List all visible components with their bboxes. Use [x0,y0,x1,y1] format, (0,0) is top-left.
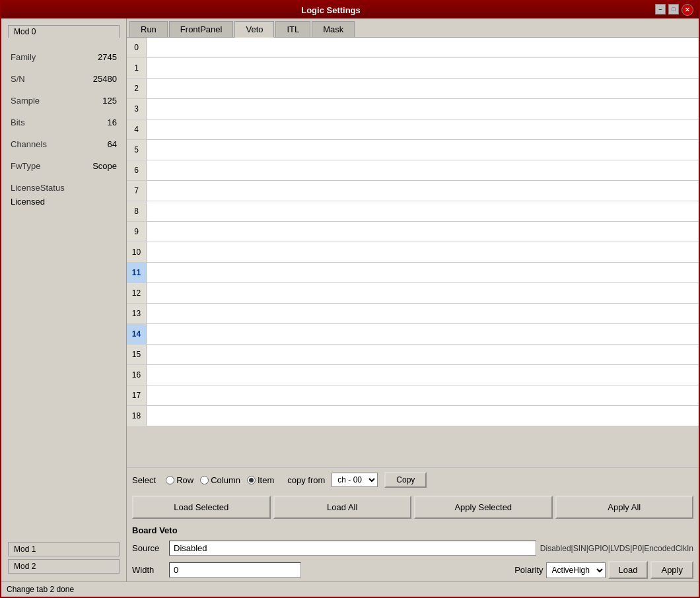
table-row[interactable]: 6 [127,160,699,181]
fwtype-value: Scope [92,161,117,171]
tab-run[interactable]: Run [129,21,168,37]
radio-row-label: Row [176,475,193,485]
row-content [147,345,699,364]
radio-item-label: Item [258,475,274,485]
row-content [147,222,699,242]
table-row[interactable]: 17 [127,385,699,406]
width-input[interactable] [169,562,301,578]
copy-from-select[interactable]: ch - 00 ch - 01 ch - 02 [332,473,378,487]
row-content [147,385,699,405]
row-number: 18 [127,406,147,426]
width-label: Width [132,565,165,575]
table-row[interactable]: 15 [127,345,699,365]
content-area: Mod 0 Family 2745 S/N 25480 Sample 125 B… [1,18,699,581]
row-number: 4 [127,119,147,139]
table-row[interactable]: 4 [127,119,699,140]
radio-column-option[interactable]: Column [200,475,240,485]
right-panel: Run FrontPanel Veto ITL Mask 01234567891… [127,18,699,581]
close-button[interactable]: ✕ [682,4,693,16]
tab-veto[interactable]: Veto [234,21,274,38]
licensestatus-label: LicenseStatus [11,183,65,193]
row-content [147,79,699,98]
sn-row: S/N 25480 [8,73,120,85]
row-number: 9 [127,222,147,242]
sample-label: Sample [11,96,40,106]
titlebar-controls: – □ ✕ [655,4,693,16]
tab-bar: Run FrontPanel Veto ITL Mask [127,18,699,38]
row-content [147,99,699,119]
radio-item-option[interactable]: Item [247,475,274,485]
board-veto-section: Board Veto Source Disabled|SIN|GPIO|LVDS… [127,523,699,581]
load-all-button[interactable]: Load All [273,496,412,519]
tab-frontpanel[interactable]: FrontPanel [169,21,234,37]
table-row[interactable]: 5 [127,140,699,160]
radio-row-circle [166,476,174,484]
tab-mask[interactable]: Mask [312,21,355,37]
row-content [147,58,699,78]
channels-value: 64 [108,139,117,149]
copy-button[interactable]: Copy [384,472,427,488]
row-content [147,263,699,282]
table-row[interactable]: 3 [127,99,699,119]
channels-label: Channels [11,139,47,149]
table-row[interactable]: 0 [127,38,699,58]
load-selected-button[interactable]: Load Selected [132,496,271,519]
table-row[interactable]: 11 [127,263,699,283]
row-number: 13 [127,304,147,323]
source-row: Source Disabled|SIN|GPIO|LVDS|P0|Encoded… [127,538,699,558]
table-row[interactable]: 12 [127,283,699,304]
tab-itl[interactable]: ITL [275,21,310,37]
table-row[interactable]: 16 [127,365,699,385]
family-label: Family [11,52,36,62]
status-message: Change tab 2 done [7,585,74,594]
row-number: 14 [127,324,147,344]
sn-label: S/N [11,74,25,84]
mod0-tab[interactable]: Mod 0 [8,25,120,38]
family-value: 2745 [98,52,117,62]
table-row[interactable]: 10 [127,242,699,263]
licensestatus-value-row: Licensed [8,195,120,208]
bits-row: Bits 16 [8,116,120,129]
table-row[interactable]: 13 [127,304,699,324]
table-row[interactable]: 1 [127,58,699,79]
maximize-button[interactable]: □ [668,4,679,15]
table-row[interactable]: 9 [127,222,699,242]
table-row[interactable]: 8 [127,201,699,222]
apply-selected-button[interactable]: Apply Selected [414,496,553,519]
left-panel: Mod 0 Family 2745 S/N 25480 Sample 125 B… [1,18,127,581]
apply-all-button[interactable]: Apply All [555,496,694,519]
row-content [147,181,699,201]
load-button[interactable]: Load [608,561,648,579]
radio-row-option[interactable]: Row [166,475,193,485]
select-label: Select [132,475,156,485]
row-content [147,242,699,262]
mod1-entry[interactable]: Mod 1 [8,542,120,556]
row-number: 16 [127,365,147,385]
row-content [147,160,699,180]
board-veto-label: Board Veto [127,523,699,538]
row-number: 12 [127,283,147,303]
row-number: 1 [127,58,147,78]
polarity-select[interactable]: ActiveHigh ActiveLow [546,562,606,578]
row-number: 5 [127,140,147,160]
titlebar: Logic Settings – □ ✕ [1,1,699,18]
row-number: 15 [127,345,147,364]
table-row[interactable]: 2 [127,79,699,99]
apply-button[interactable]: Apply [650,561,693,579]
family-row: Family 2745 [8,51,120,63]
row-number: 17 [127,385,147,405]
status-bar: Change tab 2 done [1,581,699,597]
radio-column-label: Column [211,475,240,485]
grid-scroll[interactable]: 0123456789101112131415161718 [127,38,699,467]
source-label: Source [132,543,165,553]
mod2-entry[interactable]: Mod 2 [8,559,120,574]
fwtype-label: FwType [11,161,41,171]
minimize-button[interactable]: – [655,4,666,15]
source-input[interactable] [169,541,536,556]
fwtype-row: FwType Scope [8,160,120,172]
table-row[interactable]: 18 [127,406,699,426]
sample-value: 125 [102,96,117,106]
table-row[interactable]: 7 [127,181,699,201]
table-row[interactable]: 14 [127,324,699,345]
row-content [147,38,699,57]
